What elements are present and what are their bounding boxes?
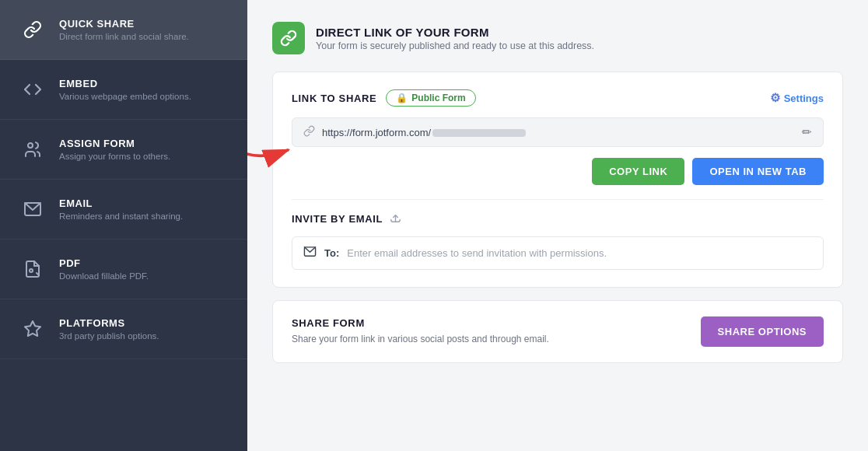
- share-form-card: SHARE FORM Share your form link in vario…: [272, 300, 843, 363]
- share-options-button[interactable]: SHARE OPTIONS: [701, 316, 824, 347]
- link-to-share-header: LINK TO SHARE 🔒 Public Form ⚙ Settings: [292, 89, 824, 107]
- svg-marker-3: [25, 321, 40, 336]
- pdf-icon: [17, 253, 48, 285]
- invite-by-email-label: INVITE BY EMAIL: [292, 213, 383, 225]
- svg-point-2: [30, 269, 33, 272]
- share-form-subtitle: Share your form link in various social p…: [292, 332, 549, 346]
- sidebar-item-embed[interactable]: EMBED Various webpage embed options.: [0, 60, 247, 120]
- sidebar-item-assign-form[interactable]: ASSIGN FORM Assign your forms to others.: [0, 120, 247, 180]
- invite-by-email-header: INVITE BY EMAIL: [292, 211, 824, 227]
- action-buttons: COPY LINK OPEN IN NEW TAB: [292, 158, 824, 185]
- main-content: DIRECT LINK OF YOUR FORM Your form is se…: [247, 0, 868, 451]
- platforms-icon: [17, 313, 48, 344]
- sidebar-label-pdf: PDF: [59, 257, 149, 270]
- direct-link-title: DIRECT LINK OF YOUR FORM: [316, 26, 594, 39]
- lock-icon: 🔒: [396, 93, 408, 103]
- link-share-card: LINK TO SHARE 🔒 Public Form ⚙ Settings: [272, 72, 843, 288]
- settings-gear-icon: ⚙: [770, 91, 780, 105]
- share-upload-icon[interactable]: [389, 211, 402, 227]
- sidebar: QUICK SHARE Direct form link and social …: [0, 0, 247, 451]
- embed-icon: [17, 74, 48, 105]
- settings-label: Settings: [784, 93, 824, 104]
- email-placeholder-text: Enter email addresses to send invitation…: [347, 247, 607, 259]
- sidebar-item-pdf[interactable]: PDF Download fillable PDF.: [0, 239, 247, 299]
- url-bar: https://form.jotform.com/ ✏: [292, 117, 824, 147]
- direct-link-header: DIRECT LINK OF YOUR FORM Your form is se…: [272, 22, 843, 54]
- sidebar-sublabel-assign: Assign your forms to others.: [59, 152, 170, 161]
- settings-link[interactable]: ⚙ Settings: [770, 91, 824, 105]
- sidebar-label-assign: ASSIGN FORM: [59, 138, 170, 150]
- sidebar-sublabel-quick-share: Direct form link and social share.: [59, 32, 189, 41]
- sidebar-label-email: EMAIL: [59, 198, 183, 210]
- to-label: To:: [324, 247, 339, 259]
- url-text: https://form.jotform.com/: [322, 127, 796, 138]
- share-form-title: SHARE FORM: [292, 317, 549, 329]
- sidebar-label-quick-share: QUICK SHARE: [59, 18, 189, 30]
- public-form-badge[interactable]: 🔒 Public Form: [386, 89, 475, 107]
- mail-icon: [303, 245, 317, 261]
- link-icon: [17, 14, 48, 45]
- sidebar-sublabel-embed: Various webpage embed options.: [59, 92, 191, 101]
- sidebar-label-platforms: PLATFORMS: [59, 317, 159, 330]
- assign-icon: [17, 134, 48, 165]
- sidebar-sublabel-email: Reminders and instant sharing.: [59, 212, 183, 221]
- public-form-badge-text: Public Form: [411, 93, 465, 103]
- email-icon: [17, 194, 48, 225]
- svg-point-0: [28, 143, 33, 148]
- direct-link-icon: [272, 22, 305, 54]
- copy-link-button[interactable]: COPY LINK: [592, 158, 684, 185]
- sidebar-label-embed: EMBED: [59, 78, 191, 90]
- sidebar-item-platforms[interactable]: PLATFORMS 3rd party publish options.: [0, 299, 247, 359]
- sidebar-item-email[interactable]: EMAIL Reminders and instant sharing.: [0, 180, 247, 239]
- sidebar-sublabel-pdf: Download fillable PDF.: [59, 271, 149, 281]
- direct-link-subtitle: Your form is securely published and read…: [316, 40, 594, 51]
- link-to-share-label: LINK TO SHARE: [292, 93, 376, 104]
- open-new-tab-button[interactable]: OPEN IN NEW TAB: [692, 158, 824, 185]
- email-input-row[interactable]: To: Enter email addresses to send invita…: [292, 236, 824, 270]
- sidebar-sublabel-platforms: 3rd party publish options.: [59, 331, 159, 341]
- edit-icon[interactable]: ✏: [802, 125, 812, 139]
- sidebar-item-quick-share[interactable]: QUICK SHARE Direct form link and social …: [0, 0, 247, 60]
- url-link-icon: [303, 125, 315, 139]
- card-divider: [292, 199, 824, 200]
